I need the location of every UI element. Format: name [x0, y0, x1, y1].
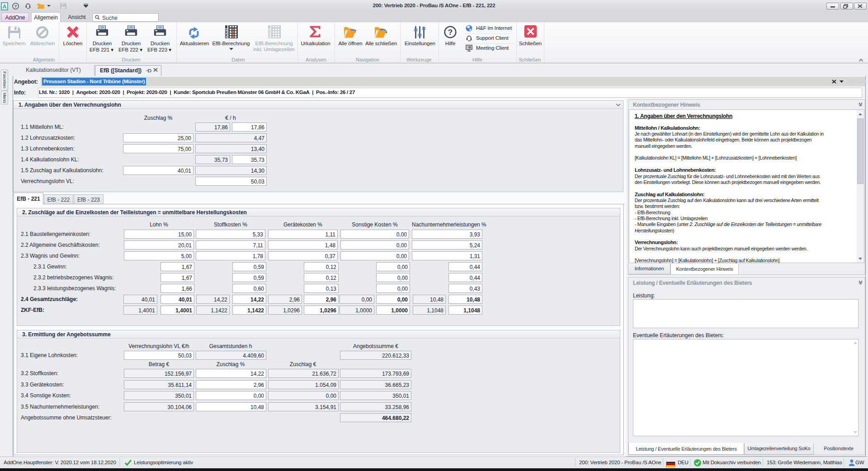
- svg-text:?: ?: [448, 28, 453, 37]
